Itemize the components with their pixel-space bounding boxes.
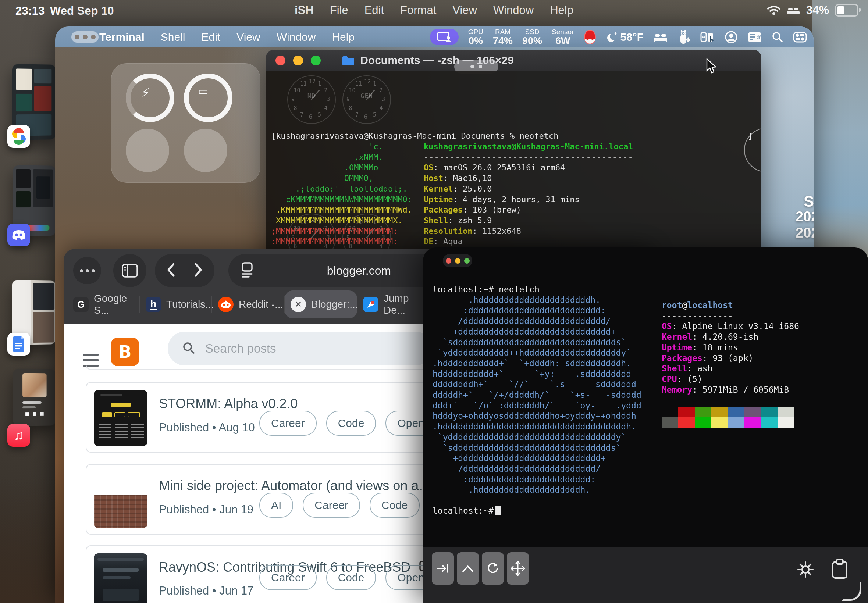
clock-widget: ND121234567891011 <box>287 76 336 124</box>
back-button[interactable] <box>166 263 175 279</box>
ish-menu-bar: iSHFileEditFormatViewWindowHelp <box>0 4 868 17</box>
wifi-icon <box>767 6 780 15</box>
terminal-content[interactable]: ND121234567891011 GEN121234567891011 121… <box>266 71 761 277</box>
svg-text:⌘: ⌘ <box>757 34 762 40</box>
keyboard-input-icon[interactable]: ⌘ <box>747 32 762 43</box>
ascii-line: ;MMMMMMMMMMMMMMMMMMMMMMMM: <box>271 226 412 237</box>
ipad-menu-ish[interactable]: iSH <box>295 4 314 17</box>
tag-chip-career[interactable]: Career <box>259 411 317 436</box>
minimize-button[interactable] <box>293 56 303 65</box>
paste-clipboard-icon[interactable] <box>831 559 848 580</box>
palette-swatch <box>695 407 711 417</box>
palette-swatch <box>728 417 744 428</box>
terminal-cursor <box>495 506 501 515</box>
tag-chip-code[interactable]: Code <box>370 493 420 518</box>
tag-chip-ai[interactable]: AI <box>259 493 293 518</box>
google-docs-icon[interactable] <box>7 333 30 356</box>
post-meta: Published • Jun 19 <box>159 503 254 516</box>
tab-jump-de-[interactable]: Jump De... <box>357 291 430 319</box>
neofetch-host: kushagrasrivastava@Kushagras-Mac-mini.lo… <box>424 142 633 152</box>
menu-terminal[interactable]: Terminal <box>99 31 145 43</box>
generic-favicon: ✕ <box>291 297 306 312</box>
sidebar-toggle-button[interactable] <box>113 254 146 287</box>
tag-chip-code[interactable]: Code <box>326 411 376 436</box>
ascii-line: ,xNMM. <box>271 152 412 163</box>
battery-percent: 34% <box>806 4 829 17</box>
ipad-menu-edit[interactable]: Edit <box>365 4 384 17</box>
palette-swatch <box>744 407 761 417</box>
tab-google-s-[interactable]: GGoogle S... <box>67 291 140 319</box>
post-title[interactable]: Mini side project: Automator (and views … <box>159 478 432 493</box>
ascii-line: .;loddo:' loolloddol;. <box>271 184 412 195</box>
tab-tutorials-[interactable]: hTutorials... <box>140 291 212 319</box>
bed-icon[interactable] <box>653 32 668 43</box>
macos-status-items: GPU0%RAM74%SSD90%Sensor6W + 58°F <box>430 26 807 48</box>
red-app-icon[interactable] <box>583 29 597 45</box>
temperature: 58°F <box>620 31 644 43</box>
tag-chip-career[interactable]: Career <box>303 493 360 518</box>
minimize-button[interactable] <box>455 258 461 264</box>
close-button[interactable] <box>446 258 451 264</box>
folder-icon <box>342 55 355 65</box>
tab-key[interactable] <box>432 552 454 584</box>
ipad-menu-help[interactable]: Help <box>550 4 573 17</box>
menu-edit[interactable]: Edit <box>201 31 221 43</box>
menu-window[interactable]: Window <box>277 31 316 43</box>
tab-reddit-[interactable]: Reddit -... <box>212 291 285 319</box>
menu-help[interactable]: Help <box>332 31 354 43</box>
weather-item[interactable]: + 58°F <box>606 31 644 43</box>
ish-terminal-window[interactable]: localhost:~# neofetch .hdddddddddddddddd… <box>423 247 868 603</box>
menu-shell[interactable]: Shell <box>161 31 186 43</box>
earbuds-icon: ⚡ <box>141 85 150 100</box>
user-account-icon[interactable] <box>724 31 738 44</box>
page-menu-icon[interactable] <box>241 262 254 279</box>
desktop-circle-widget <box>744 128 761 172</box>
ctrl-key[interactable] <box>457 552 479 584</box>
neofetch-field-kernel: Kernel: 4.20.69-ish <box>662 332 799 342</box>
window-controls-pill[interactable] <box>71 31 99 43</box>
screen-sharing-icon[interactable] <box>430 29 459 45</box>
ipad-menu-format[interactable]: Format <box>400 4 436 17</box>
neofetch-field-packages: Packages: 103 (brew) <box>424 205 633 215</box>
window-controls[interactable] <box>443 254 472 267</box>
url-text[interactable]: blogger.com <box>327 264 391 278</box>
neofetch-field-uptime: Uptime: 18 mins <box>662 342 799 353</box>
ipad-menu-file[interactable]: File <box>330 4 348 17</box>
spotlight-search-icon[interactable] <box>772 31 783 43</box>
terminal-window[interactable]: Documents — -zsh — 106×29 ND121234567891… <box>266 49 761 277</box>
airpods-battery-widget[interactable]: ⚡ ▭ <box>111 63 260 183</box>
svg-text:+: + <box>614 31 617 36</box>
display-panes-icon[interactable] <box>700 31 715 43</box>
tab-blogger-[interactable]: ✕Blogger:... <box>285 291 357 319</box>
arrows-key[interactable] <box>507 552 529 584</box>
stage-thumbnail-apple-music[interactable] <box>13 368 56 426</box>
ascii-line: .KMMMMMMMMMMMMMMMMMMMMMMMWd. <box>271 205 412 215</box>
forward-button[interactable] <box>194 263 203 279</box>
desktop-widget-fragment: 2025 <box>795 225 814 241</box>
apple-music-icon[interactable]: ♫ <box>7 424 30 447</box>
ollama-llama-icon[interactable] <box>678 30 691 45</box>
close-button[interactable] <box>275 56 285 65</box>
ascii-line: .OMMMMo <box>271 162 412 173</box>
clock-widget: GEN121234567891011 <box>342 76 391 124</box>
ipad-menu-view[interactable]: View <box>452 4 477 17</box>
esc-key[interactable] <box>482 552 504 584</box>
ascii-line: cKMMMMMMMMMMNWMMMMMMMMMM0: <box>271 195 412 205</box>
palette-swatch <box>778 407 794 417</box>
google-photos-icon[interactable] <box>7 125 30 148</box>
control-center-icon[interactable] <box>793 32 807 43</box>
terminal-title-bar[interactable]: Documents — -zsh — 106×29 <box>266 49 761 71</box>
terminal-palette-row2 <box>662 417 794 428</box>
post-title[interactable]: STORMM: Alpha v0.2.0 <box>159 396 298 411</box>
palette-swatch <box>695 417 711 428</box>
settings-gear-icon[interactable] <box>797 561 814 578</box>
tag-chip-code[interactable]: Code <box>326 565 376 590</box>
menu-view[interactable]: View <box>237 31 260 43</box>
ipad-menu-window[interactable]: Window <box>493 4 534 17</box>
terminal-fragment: ] <box>748 131 752 142</box>
zoom-button[interactable] <box>464 258 470 264</box>
stat-ram: RAM74% <box>493 28 513 46</box>
more-options-button[interactable] <box>73 257 101 284</box>
discord-icon[interactable] <box>7 224 30 246</box>
tag-chip-career[interactable]: Career <box>259 565 317 590</box>
